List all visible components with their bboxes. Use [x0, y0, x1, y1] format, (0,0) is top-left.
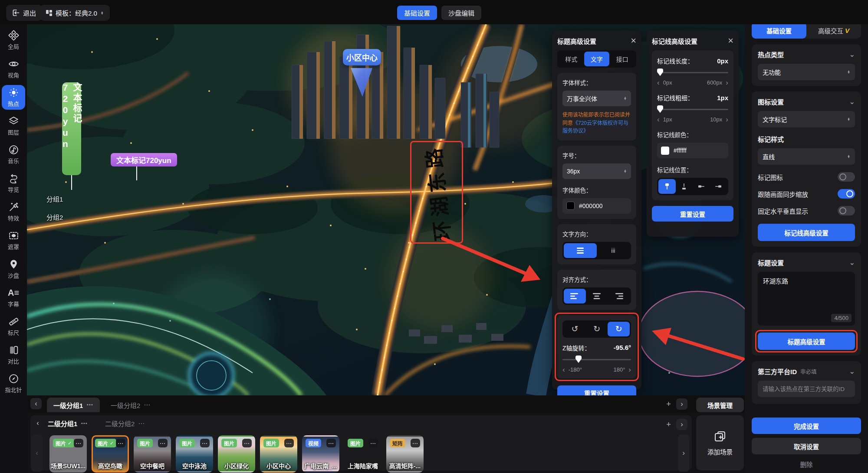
group-next-button[interactable]	[676, 398, 687, 410]
more-icon[interactable]	[116, 439, 125, 447]
direction-vertical-button[interactable]: iii	[597, 243, 630, 258]
reset-button[interactable]: 重置设置	[652, 206, 733, 222]
sidebar-item-global[interactable]: 全局	[2, 28, 25, 52]
more-icon[interactable]	[284, 439, 294, 447]
increase-button[interactable]	[628, 366, 631, 373]
sidebar-item-ruler[interactable]: 标尺	[2, 314, 25, 339]
sidebar-item-layers[interactable]: 图层	[2, 114, 25, 138]
cancel-button[interactable]: 取消设置	[752, 438, 861, 454]
more-icon[interactable]	[86, 401, 93, 409]
level2-group-tab-2[interactable]: 二级分组2	[105, 419, 145, 428]
tab-basic-settings[interactable]: 基础设置	[397, 6, 437, 20]
rotate-x-button[interactable]	[564, 322, 586, 336]
title-input[interactable]: 环湖东路 4/500	[758, 272, 855, 326]
add-scene-button[interactable]: 添加场景	[696, 415, 744, 470]
scene-thumb[interactable]: 图片 小区绿化	[218, 435, 255, 473]
increase-button[interactable]	[726, 79, 728, 86]
icon-setting-select[interactable]: 文字标记	[758, 111, 855, 127]
chevron-down-icon[interactable]	[849, 258, 855, 267]
slider-thumb[interactable]	[575, 356, 582, 363]
tab-sandbox-edit[interactable]: 沙盘编辑	[441, 6, 481, 20]
direction-horizontal-button[interactable]	[564, 243, 597, 258]
add-subgroup-icon[interactable]	[666, 420, 671, 429]
level1-group-tab-1[interactable]: 一级分组1	[47, 398, 100, 412]
scene-thumb[interactable]: 图片 空中泳池	[176, 435, 213, 473]
decrease-button[interactable]	[657, 116, 660, 123]
tab-basic-settings[interactable]: 基础设置	[752, 22, 806, 39]
line-position-right-button[interactable]	[710, 179, 727, 194]
more-icon[interactable]	[144, 401, 151, 409]
scenes-prev-button[interactable]	[31, 434, 43, 472]
font-color-picker[interactable]: #000000	[562, 198, 631, 214]
more-icon[interactable]	[242, 439, 252, 447]
scene-thumb[interactable]: 视频 广电云南_...	[302, 435, 339, 473]
text-marker-green[interactable]: 文本标记720yun	[62, 82, 81, 175]
decrease-button[interactable]	[562, 366, 565, 373]
tab-advanced-interaction[interactable]: 高级交互 V	[806, 22, 861, 39]
markline-length-slider[interactable]	[657, 69, 728, 76]
close-icon[interactable]	[728, 36, 733, 46]
scenes-next-button[interactable]	[678, 434, 689, 472]
tab-text[interactable]: 文字	[584, 52, 610, 66]
scene-manage-button[interactable]: 场景管理	[696, 398, 744, 412]
chevron-down-icon[interactable]	[849, 50, 855, 59]
sidebar-item-subtitle[interactable]: A≡ 字幕	[2, 285, 25, 310]
sidebar-item-mask[interactable]: 遮罩	[2, 228, 25, 253]
level2-group-tab-1[interactable]: 二级分组1	[48, 419, 88, 428]
markline-advanced-button[interactable]: 标记线高级设置	[758, 224, 855, 241]
road-marker-selection[interactable]: 环湖东路	[410, 141, 463, 244]
more-icon[interactable]	[411, 439, 420, 447]
markline-weight-slider[interactable]	[657, 105, 728, 113]
more-icon[interactable]	[74, 439, 83, 447]
tab-style[interactable]: 样式	[559, 52, 584, 66]
group-label-1[interactable]: 分组1	[46, 194, 63, 203]
more-icon[interactable]	[200, 439, 210, 447]
scene-thumb[interactable]: 图片 上海陆家嘴	[344, 435, 381, 473]
sidebar-item-music[interactable]: 音乐	[2, 142, 25, 167]
sidebar-item-tour[interactable]: 导览	[2, 171, 25, 196]
z-rotate-slider[interactable]	[562, 356, 631, 363]
more-icon[interactable]	[81, 420, 88, 427]
add-group-icon[interactable]	[666, 399, 671, 409]
decrease-button[interactable]	[657, 79, 660, 86]
subgroup-prev-button[interactable]	[32, 418, 43, 429]
delete-button[interactable]: 删除	[752, 460, 861, 469]
hotspot-type-select[interactable]: 无功能	[758, 64, 855, 80]
font-style-select[interactable]: 万事全兴体	[562, 91, 631, 106]
scene-thumb[interactable]: 图片 场景SUW1...	[49, 435, 87, 473]
exit-button[interactable]: 退出	[6, 5, 42, 21]
marker-icon-toggle[interactable]	[838, 172, 855, 182]
line-position-top-button[interactable]	[658, 179, 676, 194]
sidebar-item-compass[interactable]: 指北针	[2, 371, 25, 396]
slider-thumb[interactable]	[657, 105, 663, 113]
title-advanced-button[interactable]: 标题高级设置	[758, 333, 855, 350]
increase-button[interactable]	[726, 116, 728, 123]
line-position-bottom-button[interactable]	[676, 179, 693, 194]
center-marker-label[interactable]: 小区中心	[343, 49, 381, 65]
fixed-display-toggle[interactable]	[838, 206, 855, 215]
scene-thumb[interactable]: 图片 小区中心	[260, 435, 297, 473]
finish-button[interactable]: 完成设置	[752, 418, 861, 434]
scene-thumb[interactable]: 矩阵 高清矩阵-...	[386, 435, 424, 473]
sidebar-item-sandbox[interactable]: 沙盘	[2, 257, 25, 281]
sidebar-item-effects[interactable]: 特效	[2, 199, 25, 224]
third-party-id-input[interactable]	[758, 381, 855, 397]
more-icon[interactable]	[368, 439, 378, 447]
sidebar-item-compare[interactable]: 对比	[2, 343, 25, 367]
rotate-y-button[interactable]	[586, 322, 608, 336]
sync-zoom-toggle[interactable]	[838, 189, 855, 199]
align-left-button[interactable]	[564, 289, 586, 303]
group-prev-button[interactable]	[30, 398, 42, 409]
chevron-down-icon[interactable]	[849, 367, 855, 375]
more-icon[interactable]	[326, 439, 336, 447]
rotate-z-button[interactable]	[608, 322, 630, 336]
more-icon[interactable]	[138, 420, 145, 427]
close-icon[interactable]	[631, 36, 636, 46]
scene-thumb-selected[interactable]: 图片 高空鸟瞰	[92, 435, 129, 473]
align-right-button[interactable]	[608, 289, 630, 303]
text-marker-purple[interactable]: 文本标记720yun	[111, 153, 177, 166]
sidebar-item-hotspot[interactable]: 热点	[2, 85, 25, 110]
level1-group-tab-2[interactable]: 一级分组2	[104, 398, 157, 412]
align-center-button[interactable]	[586, 289, 608, 303]
scene-thumb[interactable]: 图片 空中餐吧	[134, 435, 171, 473]
